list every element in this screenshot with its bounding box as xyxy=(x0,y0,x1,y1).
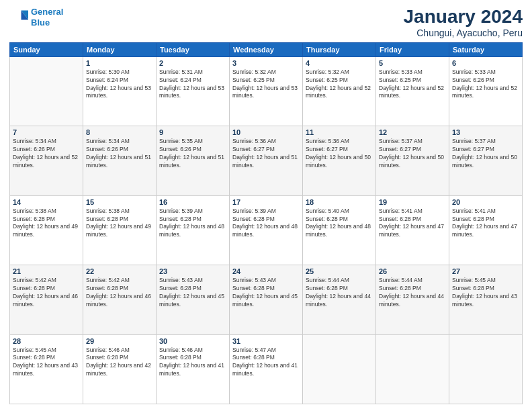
day-info: Sunrise: 5:32 AMSunset: 6:25 PMDaylight:… xyxy=(232,68,300,101)
logo: General Blue xyxy=(9,7,63,28)
day-number: 2 xyxy=(159,59,226,67)
calendar-cell: 25Sunrise: 5:44 AMSunset: 6:28 PMDayligh… xyxy=(303,265,376,334)
day-info: Sunrise: 5:45 AMSunset: 6:28 PMDaylight:… xyxy=(13,347,80,379)
day-number: 13 xyxy=(452,128,519,136)
day-number: 7 xyxy=(13,128,80,136)
day-number: 27 xyxy=(452,267,519,275)
logo-line1: General xyxy=(31,7,63,17)
day-info: Sunrise: 5:36 AMSunset: 6:27 PMDaylight:… xyxy=(306,138,373,170)
calendar-cell: 3Sunrise: 5:32 AMSunset: 6:25 PMDaylight… xyxy=(230,56,303,126)
day-number: 16 xyxy=(159,198,226,206)
day-number: 29 xyxy=(86,337,153,345)
calendar-cell: 26Sunrise: 5:44 AMSunset: 6:28 PMDayligh… xyxy=(376,265,449,334)
calendar-cell xyxy=(376,334,449,404)
day-number: 12 xyxy=(379,128,446,136)
day-info: Sunrise: 5:34 AMSunset: 6:26 PMDaylight:… xyxy=(13,138,80,170)
day-number: 26 xyxy=(379,267,446,275)
day-number: 24 xyxy=(232,267,300,275)
calendar-cell: 2Sunrise: 5:31 AMSunset: 6:24 PMDaylight… xyxy=(157,56,230,126)
day-info: Sunrise: 5:39 AMSunset: 6:28 PMDaylight:… xyxy=(159,208,226,240)
day-info: Sunrise: 5:36 AMSunset: 6:27 PMDaylight:… xyxy=(232,138,300,170)
day-info: Sunrise: 5:35 AMSunset: 6:26 PMDaylight:… xyxy=(159,138,226,170)
calendar-week-row: 21Sunrise: 5:42 AMSunset: 6:28 PMDayligh… xyxy=(10,265,523,334)
calendar-cell: 22Sunrise: 5:42 AMSunset: 6:28 PMDayligh… xyxy=(83,265,157,334)
day-info: Sunrise: 5:38 AMSunset: 6:28 PMDaylight:… xyxy=(13,208,80,240)
calendar-cell: 19Sunrise: 5:41 AMSunset: 6:28 PMDayligh… xyxy=(376,195,449,265)
day-info: Sunrise: 5:37 AMSunset: 6:27 PMDaylight:… xyxy=(452,138,519,170)
weekday-header: Thursday xyxy=(303,42,376,56)
day-number: 11 xyxy=(306,128,373,136)
day-info: Sunrise: 5:46 AMSunset: 6:28 PMDaylight:… xyxy=(86,347,153,379)
calendar-header-row: SundayMondayTuesdayWednesdayThursdayFrid… xyxy=(10,42,523,56)
page: General Blue January 2024 Chungui, Ayacu… xyxy=(0,0,532,411)
calendar-cell: 16Sunrise: 5:39 AMSunset: 6:28 PMDayligh… xyxy=(157,195,230,265)
calendar-cell: 29Sunrise: 5:46 AMSunset: 6:28 PMDayligh… xyxy=(83,334,157,404)
calendar-cell: 15Sunrise: 5:38 AMSunset: 6:28 PMDayligh… xyxy=(83,195,157,265)
day-number: 23 xyxy=(159,267,226,275)
day-info: Sunrise: 5:30 AMSunset: 6:24 PMDaylight:… xyxy=(86,68,153,101)
calendar-cell: 5Sunrise: 5:33 AMSunset: 6:25 PMDaylight… xyxy=(376,56,449,126)
day-info: Sunrise: 5:33 AMSunset: 6:25 PMDaylight:… xyxy=(379,68,446,101)
day-number: 14 xyxy=(13,198,80,206)
day-info: Sunrise: 5:47 AMSunset: 6:28 PMDaylight:… xyxy=(232,347,300,379)
weekday-header: Saturday xyxy=(449,42,523,56)
calendar-cell: 14Sunrise: 5:38 AMSunset: 6:28 PMDayligh… xyxy=(10,195,83,265)
header: General Blue January 2024 Chungui, Ayacu… xyxy=(9,7,523,38)
day-info: Sunrise: 5:39 AMSunset: 6:28 PMDaylight:… xyxy=(232,208,300,240)
calendar-week-row: 7Sunrise: 5:34 AMSunset: 6:26 PMDaylight… xyxy=(10,126,523,195)
weekday-header: Wednesday xyxy=(230,42,303,56)
calendar-cell: 28Sunrise: 5:45 AMSunset: 6:28 PMDayligh… xyxy=(10,334,83,404)
calendar-cell: 4Sunrise: 5:32 AMSunset: 6:25 PMDaylight… xyxy=(303,56,376,126)
calendar-cell: 6Sunrise: 5:33 AMSunset: 6:26 PMDaylight… xyxy=(449,56,523,126)
day-info: Sunrise: 5:43 AMSunset: 6:28 PMDaylight:… xyxy=(232,277,300,309)
calendar-week-row: 28Sunrise: 5:45 AMSunset: 6:28 PMDayligh… xyxy=(10,334,523,404)
calendar-cell: 13Sunrise: 5:37 AMSunset: 6:27 PMDayligh… xyxy=(449,126,523,195)
calendar-week-row: 1Sunrise: 5:30 AMSunset: 6:24 PMDaylight… xyxy=(10,56,523,126)
day-info: Sunrise: 5:37 AMSunset: 6:27 PMDaylight:… xyxy=(379,138,446,170)
day-number: 4 xyxy=(306,59,373,67)
day-info: Sunrise: 5:31 AMSunset: 6:24 PMDaylight:… xyxy=(159,68,226,101)
day-info: Sunrise: 5:41 AMSunset: 6:28 PMDaylight:… xyxy=(452,208,519,240)
weekday-header: Friday xyxy=(376,42,449,56)
day-info: Sunrise: 5:38 AMSunset: 6:28 PMDaylight:… xyxy=(86,208,153,240)
day-number: 20 xyxy=(452,198,519,206)
day-info: Sunrise: 5:43 AMSunset: 6:28 PMDaylight:… xyxy=(159,277,226,309)
calendar-cell: 23Sunrise: 5:43 AMSunset: 6:28 PMDayligh… xyxy=(157,265,230,334)
day-number: 9 xyxy=(159,128,226,136)
calendar-body: 1Sunrise: 5:30 AMSunset: 6:24 PMDaylight… xyxy=(10,56,523,404)
calendar-cell: 11Sunrise: 5:36 AMSunset: 6:27 PMDayligh… xyxy=(303,126,376,195)
day-number: 6 xyxy=(452,59,519,67)
day-number: 18 xyxy=(306,198,373,206)
day-number: 21 xyxy=(13,267,80,275)
day-number: 3 xyxy=(232,59,300,67)
weekday-header: Tuesday xyxy=(157,42,230,56)
day-number: 31 xyxy=(232,337,300,345)
calendar-cell: 31Sunrise: 5:47 AMSunset: 6:28 PMDayligh… xyxy=(230,334,303,404)
day-number: 22 xyxy=(86,267,153,275)
calendar-week-row: 14Sunrise: 5:38 AMSunset: 6:28 PMDayligh… xyxy=(10,195,523,265)
weekday-header: Sunday xyxy=(10,42,83,56)
day-info: Sunrise: 5:33 AMSunset: 6:26 PMDaylight:… xyxy=(452,68,519,101)
calendar-cell: 10Sunrise: 5:36 AMSunset: 6:27 PMDayligh… xyxy=(230,126,303,195)
day-info: Sunrise: 5:41 AMSunset: 6:28 PMDaylight:… xyxy=(379,208,446,240)
day-number: 28 xyxy=(13,337,80,345)
calendar-cell xyxy=(10,56,83,126)
calendar-cell: 8Sunrise: 5:34 AMSunset: 6:26 PMDaylight… xyxy=(83,126,157,195)
calendar-cell xyxy=(449,334,523,404)
day-info: Sunrise: 5:42 AMSunset: 6:28 PMDaylight:… xyxy=(86,277,153,309)
day-number: 19 xyxy=(379,198,446,206)
day-info: Sunrise: 5:32 AMSunset: 6:25 PMDaylight:… xyxy=(306,68,373,101)
calendar-cell: 30Sunrise: 5:46 AMSunset: 6:28 PMDayligh… xyxy=(157,334,230,404)
day-number: 1 xyxy=(86,59,153,67)
logo-icon xyxy=(9,8,28,27)
calendar-cell: 17Sunrise: 5:39 AMSunset: 6:28 PMDayligh… xyxy=(230,195,303,265)
day-info: Sunrise: 5:44 AMSunset: 6:28 PMDaylight:… xyxy=(379,277,446,309)
calendar-cell: 21Sunrise: 5:42 AMSunset: 6:28 PMDayligh… xyxy=(10,265,83,334)
location: Chungui, Ayacucho, Peru xyxy=(404,28,523,38)
day-info: Sunrise: 5:44 AMSunset: 6:28 PMDaylight:… xyxy=(306,277,373,309)
calendar-cell: 18Sunrise: 5:40 AMSunset: 6:28 PMDayligh… xyxy=(303,195,376,265)
day-info: Sunrise: 5:46 AMSunset: 6:28 PMDaylight:… xyxy=(159,347,226,379)
day-number: 15 xyxy=(86,198,153,206)
calendar-cell: 20Sunrise: 5:41 AMSunset: 6:28 PMDayligh… xyxy=(449,195,523,265)
calendar-cell: 7Sunrise: 5:34 AMSunset: 6:26 PMDaylight… xyxy=(10,126,83,195)
